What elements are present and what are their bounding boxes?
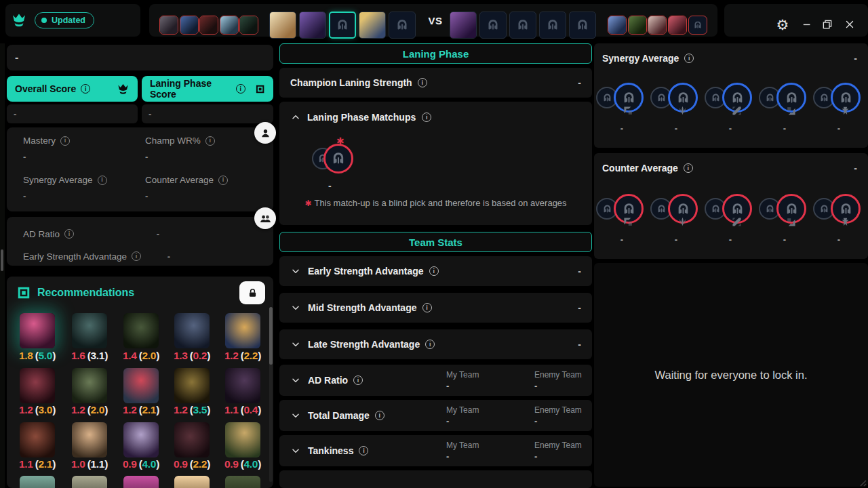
helmet-placeholder-icon <box>711 93 721 103</box>
synergy-slot-top: - <box>596 81 648 134</box>
info-icon[interactable] <box>684 163 693 173</box>
early-strength-advantage-row[interactable]: Early Strength Advantage - <box>279 256 592 286</box>
mid-strength-advantage-value: - <box>578 302 581 313</box>
tankiness-team-row[interactable]: Tankiness My Team- Enemy Team- <box>279 435 592 466</box>
helmet-placeholder-icon <box>693 20 703 30</box>
recommendation-champion-tile[interactable] <box>225 368 260 403</box>
synergy-avg-value: - <box>23 191 138 201</box>
early-strength-row: Early Strength Advantage - <box>23 249 273 264</box>
vs-label: VS <box>423 4 448 37</box>
recommendation-champion-tile[interactable] <box>123 368 159 403</box>
late-strength-advantage-value: - <box>578 339 581 350</box>
info-icon[interactable] <box>422 303 432 312</box>
recommendations-card: Recommendations 1.8(5.0) 1.6(3.1) 1.4(2.… <box>7 277 273 488</box>
info-icon[interactable] <box>81 84 90 94</box>
recommendation-champion-tile[interactable] <box>72 313 107 348</box>
settings-gear-icon[interactable] <box>772 14 793 35</box>
helmet-placeholder-icon <box>765 93 775 103</box>
info-icon[interactable] <box>64 229 74 239</box>
people-icon <box>259 212 272 225</box>
my-ban-slot-2 <box>180 16 199 35</box>
overall-score-button[interactable]: Overall Score <box>7 76 138 102</box>
info-icon[interactable] <box>425 340 435 349</box>
info-icon[interactable] <box>375 411 384 420</box>
close-button[interactable] <box>839 14 861 35</box>
info-icon[interactable] <box>236 84 245 94</box>
synergy-slot-mid: - <box>705 81 756 134</box>
minimize-button[interactable] <box>796 14 818 35</box>
recommendation-champion-tile[interactable] <box>72 476 107 488</box>
team-ratio-card: AD Ratio - Early Strength Advantage - <box>7 217 273 266</box>
info-icon[interactable] <box>60 136 70 146</box>
recommendation-champion-tile[interactable] <box>20 313 55 348</box>
recommendation-champion-tile[interactable] <box>174 422 210 458</box>
ad-ratio-team-row[interactable]: AD Ratio My Team- Enemy Team- <box>279 365 592 396</box>
mid-strength-advantage-row[interactable]: Mid Strength Advantage - <box>279 293 592 323</box>
info-icon[interactable] <box>132 251 141 261</box>
synergy-slot-value: - <box>759 123 810 134</box>
left-scrollbar-thumb[interactable] <box>1 249 3 271</box>
synergy-slot-value: - <box>705 123 756 134</box>
counter-slot-value: - <box>705 235 756 245</box>
info-icon[interactable] <box>684 54 694 63</box>
ban-champion-portrait <box>220 16 238 34</box>
helmet-placeholder-icon <box>765 204 775 214</box>
recommendation-champion-tile[interactable] <box>174 476 210 488</box>
champion-portrait <box>270 12 296 38</box>
chevron-down-icon <box>290 445 301 456</box>
info-icon[interactable] <box>422 113 431 122</box>
my-pick-slot-4 <box>359 12 386 39</box>
mid-strength-advantage-label: Mid Strength Advantage <box>308 302 417 313</box>
early-strength-label: Early Strength Advantage <box>23 251 127 262</box>
recommendation-champion-tile[interactable] <box>72 368 107 403</box>
my-ban-slot-5 <box>239 16 258 35</box>
recommendation-champion-tile[interactable] <box>225 313 260 348</box>
info-icon[interactable] <box>353 375 363 385</box>
info-icon[interactable] <box>418 78 427 87</box>
laning-phase-score-button[interactable]: Laning Phase Score <box>142 76 273 102</box>
total-damage-team-row[interactable]: Total Damage My Team- Enemy Team- <box>279 400 592 431</box>
laning-score-value: - <box>142 104 273 123</box>
synergy-slot-bot: - <box>759 81 810 134</box>
info-icon[interactable] <box>205 136 215 146</box>
recommendation-champion-tile[interactable] <box>72 422 107 458</box>
ban-champion-portrait <box>180 16 198 34</box>
recommendation-champion-tile[interactable] <box>225 422 260 458</box>
recommendation-score: 1.4(2.0) <box>115 350 167 362</box>
matchup-enemy-champion-circle <box>323 144 353 174</box>
recommendation-champion-tile[interactable] <box>174 313 210 348</box>
recommendation-score: 0.9(2.2) <box>166 458 218 470</box>
recommendation-champion-tile[interactable] <box>123 313 159 348</box>
laning-phase-matchups-header[interactable]: Laning Phase Matchups <box>290 112 431 123</box>
synergy-slot-value: - <box>813 123 865 134</box>
counter-average-label: Counter Average <box>602 163 678 174</box>
champion-portrait <box>450 12 476 38</box>
info-icon[interactable] <box>429 266 439 276</box>
recommendation-champion-tile[interactable] <box>20 368 55 403</box>
late-strength-advantage-row[interactable]: Late Strength Advantage - <box>279 329 592 359</box>
info-icon[interactable] <box>359 446 368 455</box>
counter-slot-bot: - <box>759 192 810 245</box>
info-icon[interactable] <box>98 176 107 185</box>
blind-pick-note: ✱This match-up is a blind pick and there… <box>279 198 592 208</box>
recommendation-champion-tile[interactable] <box>225 476 260 488</box>
info-icon[interactable] <box>218 176 228 185</box>
ad-ratio-label: AD Ratio <box>308 375 348 386</box>
helmet-placeholder-icon <box>486 18 500 32</box>
player-view-toggle-button[interactable] <box>254 122 276 144</box>
counter-slot-value: - <box>813 235 865 245</box>
recommendations-scrollbar-thumb[interactable] <box>269 307 273 365</box>
recommendation-champion-tile[interactable] <box>20 422 55 458</box>
counter-slot-mid: - <box>705 192 756 245</box>
helmet-placeholder-icon <box>676 202 690 216</box>
role-mid-icon <box>732 217 742 227</box>
recommendation-champion-tile[interactable] <box>123 422 159 458</box>
team-view-toggle-button[interactable] <box>254 207 276 229</box>
recommendation-champion-tile[interactable] <box>123 476 159 488</box>
recommendation-champion-tile[interactable] <box>174 368 210 403</box>
window-resize-grip[interactable] <box>857 477 867 487</box>
restore-window-button[interactable] <box>816 14 838 35</box>
lock-recommendations-button[interactable] <box>239 281 265 304</box>
recommendation-champion-tile[interactable] <box>20 476 55 488</box>
counter-slot-top: - <box>596 192 648 245</box>
